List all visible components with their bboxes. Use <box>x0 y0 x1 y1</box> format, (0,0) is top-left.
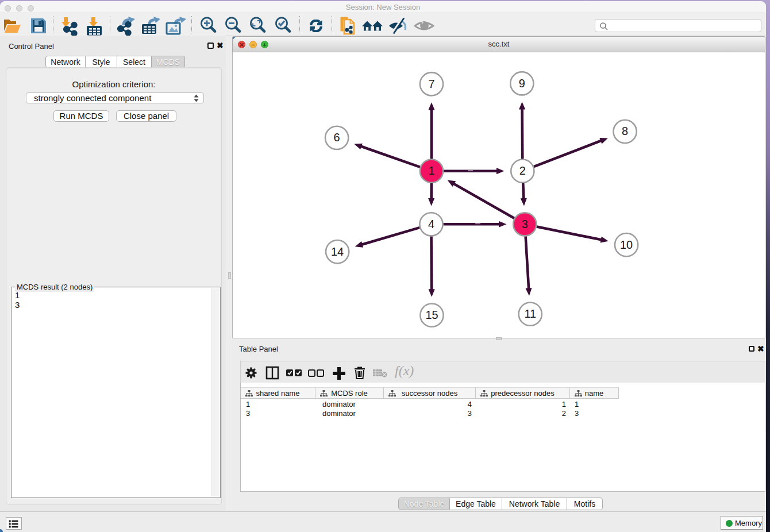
svg-text:9: 9 <box>519 77 525 90</box>
svg-text:15: 15 <box>425 309 438 321</box>
svg-text:2: 2 <box>519 164 526 177</box>
svg-text:11: 11 <box>524 307 536 320</box>
svg-text:1: 1 <box>428 164 434 177</box>
svg-text:8: 8 <box>622 125 628 137</box>
svg-text:14: 14 <box>331 245 344 258</box>
svg-text:4: 4 <box>428 218 434 230</box>
svg-text:3: 3 <box>522 218 528 230</box>
svg-text:6: 6 <box>334 131 340 144</box>
svg-text:10: 10 <box>620 238 633 251</box>
svg-text:7: 7 <box>428 78 434 90</box>
